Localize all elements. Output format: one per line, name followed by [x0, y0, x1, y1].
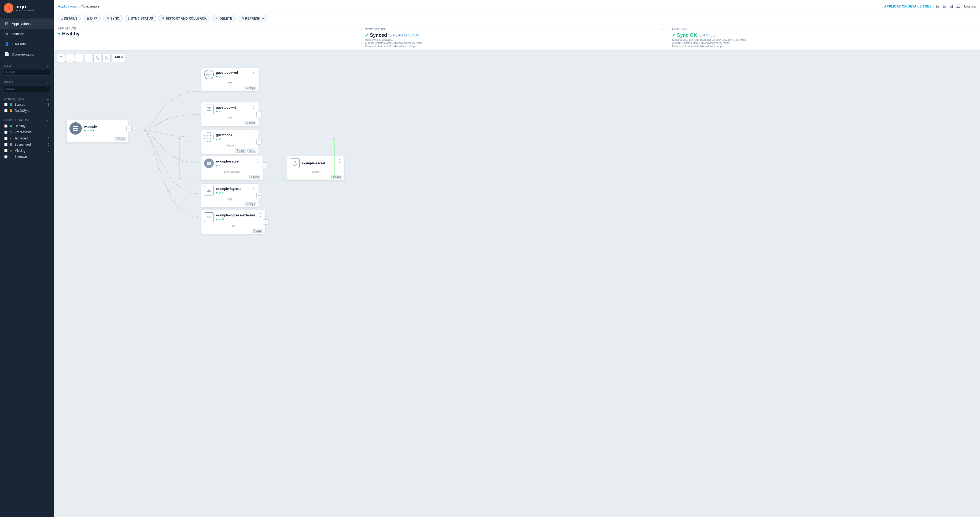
- guestbook-ui-sync-icon: ✔: [219, 110, 221, 113]
- last-sync-ok-text: Sync OK: [677, 32, 697, 38]
- example-ingress-kind: ing: [201, 197, 259, 202]
- svg-rect-4: [207, 108, 211, 111]
- example-ingress-menu[interactable]: ⋮: [251, 186, 256, 191]
- name-label: NAME: [4, 65, 13, 68]
- synced-label: Synced: [14, 103, 25, 107]
- svg-point-11: [294, 164, 295, 165]
- example-ingress-ext-add-button[interactable]: +: [263, 220, 269, 225]
- health-heart-icon: ♥: [58, 32, 60, 37]
- example-secret-ext-menu[interactable]: ⋮: [256, 159, 260, 164]
- guestbook-vol-menu[interactable]: ⋮: [251, 70, 256, 75]
- zoom-level[interactable]: 140%: [111, 54, 126, 62]
- fit-tool[interactable]: 🔍: [93, 54, 101, 62]
- progressing-checkbox[interactable]: [4, 130, 8, 134]
- picture-view-tool[interactable]: ⊟: [66, 54, 74, 62]
- back-button[interactable]: ←: [46, 6, 50, 10]
- example-collapse-button[interactable]: −: [126, 126, 132, 131]
- app-health-status: ♥ Healthy: [58, 31, 358, 37]
- name-chevron-icon[interactable]: ▲: [47, 65, 49, 68]
- degraded-checkbox[interactable]: [4, 137, 8, 140]
- logout-button[interactable]: Log out: [964, 4, 976, 8]
- delete-button[interactable]: ✕ DELETE: [212, 15, 235, 22]
- healthy-count: 6: [48, 124, 49, 128]
- outofsync-checkbox[interactable]: [4, 109, 8, 112]
- missing-checkbox[interactable]: [4, 149, 8, 152]
- doc-icon: 📄: [4, 52, 9, 57]
- list-view-icon[interactable]: ☰: [956, 4, 960, 9]
- guestbook-ui-kind: svc: [201, 116, 259, 120]
- sidebar-item-settings[interactable]: ⚙ Settings: [0, 29, 54, 39]
- example-ingress-ext-menu[interactable]: ⋮: [258, 212, 262, 218]
- svg-line-9: [208, 109, 209, 110]
- suspended-checkbox[interactable]: [4, 143, 8, 146]
- sync-filter-outofsync: OutOfSync 0: [4, 108, 50, 113]
- example-secret-menu[interactable]: ⋮: [337, 159, 342, 164]
- details-button[interactable]: ℹ DETAILS: [58, 15, 81, 22]
- node-guestbook-vol[interactable]: guestbook-vol ♥ ✔ ⋮ pvc 7 days: [201, 67, 259, 91]
- refresh-button[interactable]: ↻ REFRESH: [238, 15, 267, 22]
- nav-label-documentation: Documentation: [12, 52, 35, 56]
- example-secret-ext-collapse[interactable]: −: [261, 162, 266, 168]
- synced-checkbox[interactable]: [4, 103, 8, 106]
- sidebar-logo-text: argo v2.10.1+a79e0ea: [16, 4, 34, 12]
- health-status-chevron-icon[interactable]: ▲: [47, 119, 49, 122]
- node-example-secret[interactable]: example-secret ⋮ secret 3 days: [287, 156, 345, 180]
- refresh-icon: ↻: [241, 17, 244, 21]
- ingress-ext-sync-icon: ✔: [219, 218, 221, 221]
- app-health-header: APP HEALTH: [58, 27, 358, 30]
- sync-filter-synced: Synced 6: [4, 102, 50, 107]
- layers-icon: ⊟: [4, 21, 9, 26]
- last-sync-commit-link[interactable]: 47cc856: [703, 33, 716, 37]
- sidebar-item-documentation[interactable]: 📄 Documentation: [0, 49, 54, 59]
- sync-comment-row: Comment: feat: update bitwarden-cli imag…: [365, 45, 665, 48]
- ingress-icon: [204, 186, 214, 196]
- example-ingress-add-button[interactable]: +: [256, 193, 262, 198]
- sync-check-icon: ✔: [365, 33, 368, 38]
- example-menu-button[interactable]: ⋮: [121, 122, 125, 127]
- network-view-icon[interactable]: ⊠: [950, 4, 953, 9]
- name-filter-input[interactable]: [4, 69, 50, 76]
- guestbook-status: ♥ ✔: [216, 138, 250, 141]
- node-guestbook-ui[interactable]: guestbook-ui ♥ ✔ ⋮ svc 7 days +: [201, 102, 259, 126]
- diff-button[interactable]: ⊞ DIFF: [83, 15, 101, 22]
- sidebar-item-user-info[interactable]: 👤 User Info: [0, 39, 54, 49]
- grid-view-icon[interactable]: ⊟: [943, 4, 946, 9]
- guestbook-ui-menu[interactable]: ⋮: [251, 105, 256, 110]
- sync-status-chevron-icon[interactable]: ▲: [47, 97, 49, 100]
- node-example-ingress[interactable]: example-ingress ♥ ✔ ⎘ ⋮ ing 7 days: [201, 183, 259, 208]
- healthy-label: Healthy: [14, 124, 25, 128]
- history-button[interactable]: ↺ HISTORY AND ROLLBACK: [159, 15, 210, 22]
- svg-point-3: [207, 73, 212, 75]
- node-guestbook[interactable]: guestbook ♥ ✔ ⋮ deploy 7 days rev:1: [201, 130, 259, 154]
- zoom-full-tool[interactable]: 🔍: [102, 54, 110, 62]
- zoom-in-tool[interactable]: +: [75, 54, 83, 62]
- name-section-header: NAME ▲: [4, 61, 50, 69]
- kinds-filter-input[interactable]: [4, 86, 50, 92]
- node-example[interactable]: example ♥ ✔ ⎘ ▾ ⋮ 7 days −: [67, 120, 128, 143]
- guestbook-menu[interactable]: ⋮: [251, 132, 256, 137]
- last-sync-menu-icon[interactable]: ···: [969, 27, 972, 31]
- degraded-label: Degraded: [14, 137, 28, 140]
- kinds-chevron-icon[interactable]: ▲: [47, 81, 49, 84]
- sync-status-button[interactable]: ℹ SYNC STATUS: [125, 15, 156, 22]
- zoom-out-tool[interactable]: −: [84, 54, 92, 62]
- degraded-dot-icon: ♥: [10, 137, 11, 140]
- guestbook-age: 7 days: [235, 149, 246, 153]
- guestbook-ui-status: ♥ ✔: [216, 110, 250, 113]
- sync-button[interactable]: ↻ SYNC: [103, 15, 123, 22]
- health-filter-healthy: Healthy 6: [4, 123, 50, 129]
- guestbook-ui-add-button[interactable]: +: [256, 111, 262, 117]
- sync-status-menu-icon[interactable]: ···: [662, 27, 665, 31]
- node-example-ingress-external[interactable]: example-ingress-external ♥ ✔ ⎘ ⋮ ing 7 d…: [201, 210, 266, 234]
- hierarchy-view-icon[interactable]: ⊞: [936, 4, 940, 9]
- unknown-checkbox[interactable]: [4, 155, 8, 159]
- node-example-secret-ext[interactable]: ES example-secret ♥ ✔ ⋮ externalsecret 3…: [201, 156, 263, 180]
- breadcrumb-applications-link[interactable]: Applications: [58, 4, 77, 8]
- sidebar-item-applications[interactable]: ⊟ Applications: [0, 19, 54, 29]
- breadcrumb-separator: /: [78, 4, 80, 8]
- example-ingress-age-row: 7 days: [201, 202, 259, 207]
- guestbook-add-button[interactable]: +: [256, 139, 262, 145]
- list-view-tool[interactable]: ☰: [57, 54, 65, 62]
- sync-branch-link[interactable]: HEAD (47cc856): [393, 33, 420, 37]
- healthy-checkbox[interactable]: [4, 124, 8, 128]
